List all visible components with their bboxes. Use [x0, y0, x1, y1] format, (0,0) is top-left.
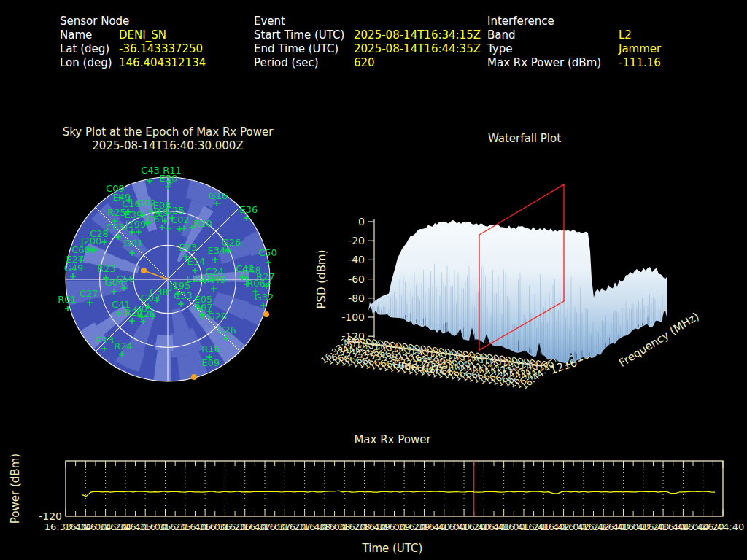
- event-start-label: Start Time (UTC): [254, 28, 344, 42]
- psd-tick-label: -40: [348, 254, 365, 265]
- satellite-label: C27: [80, 288, 98, 299]
- psd-tick-label: -20: [348, 235, 365, 246]
- satellite-label: R01: [58, 294, 77, 305]
- interference-point: [191, 374, 197, 380]
- satellite-label: J195: [169, 280, 191, 291]
- sky-heat-wedge: [155, 335, 174, 351]
- skyplot-title: Sky Plot at the Epoch of Max Rx Power: [22, 125, 314, 139]
- interference-type-label: Type: [487, 42, 512, 55]
- satellite-label: G04: [105, 277, 125, 288]
- psd-tick-label: 0: [358, 216, 365, 228]
- psd-axis-title: PSD (dBm): [315, 249, 328, 308]
- satellite-label: G32: [255, 292, 274, 303]
- header: Sensor Node Name DENI_SN Lat (deg) -36.1…: [0, 0, 747, 80]
- satellite-label: R26: [136, 308, 155, 319]
- satellite-label: G01: [124, 238, 144, 249]
- satellite-label: C02: [171, 214, 190, 225]
- satellite-label: E03: [179, 242, 198, 253]
- sensor-lat-value: -36.143337250: [119, 42, 203, 55]
- satellite-label: G03: [141, 292, 160, 303]
- event-title: Event: [254, 15, 285, 28]
- sensor-lon-value: 146.404312134: [119, 56, 206, 69]
- satellite-label: C26: [217, 324, 236, 335]
- sensor-name-value: DENI_SN: [119, 28, 166, 42]
- interference-point: [263, 311, 269, 317]
- satellite-label: R25: [107, 207, 126, 218]
- satellite-label: R06: [247, 278, 266, 289]
- sensor-node-title: Sensor Node: [60, 15, 129, 28]
- power-plot-canvas: -120Power (dBm)Time (UTC)16:33:4016:34:0…: [0, 427, 747, 560]
- satellite-label: G49: [64, 262, 84, 273]
- satellite-label: C03: [106, 222, 125, 233]
- event-end-label: End Time (UTC): [254, 42, 338, 55]
- waterfall-plot: 0-20-40-60-80-100-120PSD (dBm)1210121512…: [315, 184, 702, 392]
- satellite-label: R10: [193, 218, 212, 229]
- interference-band-label: Band: [487, 28, 516, 42]
- power-plot-frame: [66, 461, 723, 516]
- interference-type-value: Jammer: [619, 42, 661, 55]
- satellite-label: R24: [114, 341, 133, 351]
- satellite-label: E14: [187, 256, 206, 267]
- sky-heat-wedge: [155, 350, 171, 366]
- sky-heat-wedge: [154, 365, 171, 381]
- satellite-label: R23: [97, 263, 116, 274]
- sky-plot: C43R11E30C09G16E36E49C16G02E08C25R25E39J…: [58, 165, 277, 382]
- satellite-label: C61: [147, 214, 166, 225]
- psd-tick-label: -80: [348, 292, 365, 304]
- satellite-label: E30: [160, 173, 178, 184]
- event-end-value: 2025-08-14T16:44:35Z: [354, 42, 481, 55]
- waterfall-plot-canvas: 0-20-40-60-80-100-120PSD (dBm)1210121512…: [306, 124, 747, 408]
- power-y-tick-label: -120: [39, 510, 62, 522]
- psd-tick-label: -60: [348, 273, 365, 285]
- sensor-lat-label: Lat (deg): [60, 42, 109, 55]
- event-period-value: 620: [354, 56, 375, 69]
- interference-band-value: L2: [619, 28, 632, 42]
- satellite-label: C43: [141, 165, 160, 176]
- event-start-value: 2025-08-14T16:34:15Z: [354, 28, 481, 42]
- satellite-label: E13: [96, 335, 115, 346]
- satellite-label: J199: [125, 219, 147, 230]
- power-time-tick-label: 16:44:40: [702, 521, 744, 532]
- power-plot: -120Power (dBm)Time (UTC)16:33:4016:34:0…: [9, 454, 744, 555]
- psd-tick-label: -100: [341, 311, 365, 323]
- power-x-axis-title: Time (UTC): [362, 542, 423, 555]
- satellite-label: C50: [258, 247, 277, 258]
- satellite-label: R49: [207, 274, 226, 285]
- sky-plot-canvas: C43R11E30C09G16E36E49C16G02E08C25R25E39J…: [44, 157, 292, 397]
- satellite-label: G28: [208, 311, 228, 322]
- satellite-label: G16: [209, 190, 228, 201]
- gnss-interference-dashboard: { "header": { "sensor": { "title": "Sens…: [0, 0, 747, 560]
- sensor-lon-label: Lon (deg): [60, 56, 112, 69]
- satellite-label: E09: [202, 357, 220, 368]
- interference-title: Interference: [487, 15, 554, 28]
- satellite-label: G26: [222, 237, 241, 248]
- max-rx-power-trace: [82, 491, 715, 496]
- sensor-name-label: Name: [60, 28, 92, 42]
- satellite-label: R16: [201, 343, 220, 354]
- interference-point: [141, 268, 147, 273]
- event-period-label: Period (sec): [254, 56, 319, 69]
- skyplot-subtitle: 2025-08-14T16:40:30.000Z: [22, 139, 314, 152]
- power-y-axis-title: Power (dBm): [9, 454, 22, 524]
- satellite-label: E36: [240, 204, 258, 215]
- interference-power-value: -111.16: [619, 56, 661, 69]
- satellite-label: C33: [174, 290, 193, 301]
- interference-power-label: Max Rx Power (dBm): [487, 56, 601, 69]
